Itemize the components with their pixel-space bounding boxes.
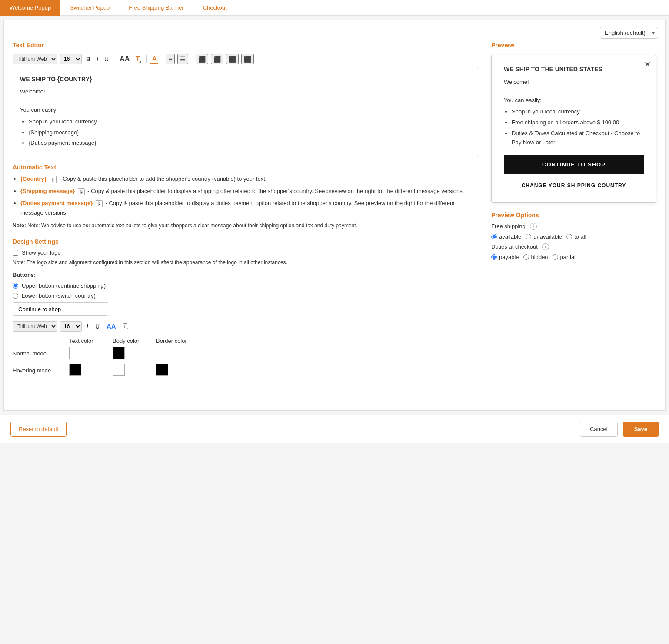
free-shipping-row: Free shipping i bbox=[491, 223, 656, 230]
editor-bullet-3: {Duties payment message} bbox=[29, 139, 471, 148]
button-size-select[interactable]: 16 12 14 bbox=[60, 321, 82, 332]
save-button[interactable]: Save bbox=[623, 422, 659, 437]
popup-bullet-3: Duties & Taxes Calculated at Checkout - … bbox=[512, 129, 644, 147]
tab-welcome-popup[interactable]: Welcome Popup bbox=[0, 0, 60, 16]
button-font-select[interactable]: Titillium Web Arial bbox=[13, 321, 57, 332]
free-shipping-info-icon[interactable]: i bbox=[530, 223, 537, 230]
free-shipping-toall-radio[interactable] bbox=[566, 234, 572, 239]
button-clear-format-btn[interactable]: Tx bbox=[121, 321, 131, 331]
show-logo-label[interactable]: Show your logo bbox=[22, 249, 61, 256]
free-shipping-unavailable-text: unavailable bbox=[533, 233, 562, 240]
free-shipping-available-text: available bbox=[499, 233, 521, 240]
align-justify-button[interactable]: ⬛ bbox=[241, 54, 254, 64]
button-italic-btn[interactable]: I bbox=[84, 322, 90, 331]
free-shipping-toall-label[interactable]: to all bbox=[566, 233, 586, 240]
align-right-button[interactable]: ⬛ bbox=[226, 54, 239, 64]
font-family-select[interactable]: Titillium Web Arial Georgia bbox=[13, 54, 57, 64]
ordered-list-button[interactable]: ≡ bbox=[166, 54, 174, 64]
placeholder-duties: {Duties payment message} bbox=[20, 200, 93, 206]
bold-button[interactable]: B bbox=[84, 55, 92, 63]
hovering-border-color-cell bbox=[156, 364, 200, 377]
upper-button-label[interactable]: Upper button (continue shopping) bbox=[22, 282, 106, 289]
normal-text-color-cell bbox=[69, 347, 113, 360]
duties-partial-label[interactable]: partial bbox=[553, 254, 576, 260]
duties-hidden-radio[interactable] bbox=[523, 254, 529, 260]
popup-can-easily: You can easily: bbox=[504, 96, 644, 105]
buttons-label: Buttons: bbox=[13, 272, 478, 278]
auto-text-item-3: {Duties payment message} ⎘ - Copy & past… bbox=[20, 199, 478, 218]
normal-body-color-swatch[interactable] bbox=[113, 347, 125, 359]
editor-welcome: Welcome! bbox=[20, 87, 471, 96]
tab-checkout[interactable]: Checkout bbox=[193, 0, 236, 16]
copy-duties-icon[interactable]: ⎘ bbox=[96, 200, 103, 207]
increase-font-button[interactable]: AA bbox=[118, 54, 131, 64]
show-logo-row: Show your logo bbox=[13, 249, 478, 256]
text-editor-title: Text Editor bbox=[13, 42, 478, 49]
editor-bullet-1: Shop in your local currency bbox=[29, 117, 471, 126]
italic-button[interactable]: I bbox=[95, 55, 100, 63]
cancel-button[interactable]: Cancel bbox=[580, 422, 617, 437]
toolbar-separator-1 bbox=[114, 55, 114, 63]
free-shipping-unavailable-radio[interactable] bbox=[526, 234, 531, 239]
automatic-text-section: Automatic Text {Country} ⎘ - Copy & past… bbox=[13, 164, 478, 228]
clear-format-button[interactable]: Tx bbox=[134, 54, 143, 64]
placeholder-country: {Country} bbox=[20, 176, 47, 182]
upper-button-radio[interactable] bbox=[13, 283, 18, 289]
normal-border-color-swatch[interactable] bbox=[156, 347, 168, 359]
duties-hidden-text: hidden bbox=[531, 254, 548, 260]
tab-switcher-popup[interactable]: Switcher Popup bbox=[60, 0, 119, 16]
color-table: Text color Body color Border color Norma… bbox=[13, 338, 478, 377]
continue-to-shop-button[interactable]: CONTINUE TO SHOP bbox=[504, 155, 644, 174]
align-center-button[interactable]: ⬛ bbox=[211, 54, 223, 64]
free-shipping-available-radio[interactable] bbox=[491, 234, 497, 239]
copy-shipping-icon[interactable]: ⎘ bbox=[78, 188, 85, 195]
change-shipping-country-button[interactable]: CHANGE YOUR SHIPPING COUNTRY bbox=[504, 177, 644, 194]
language-select[interactable]: English (default) French Spanish German bbox=[600, 27, 658, 39]
preview-options-title: Preview Options bbox=[491, 212, 656, 219]
hovering-body-color-swatch[interactable] bbox=[113, 364, 125, 376]
hovering-text-color-cell bbox=[69, 364, 113, 377]
popup-bullet-list: Shop in your local currency Free shippin… bbox=[512, 107, 644, 147]
popup-title: WE SHIP TO THE UNITED STATES bbox=[504, 66, 644, 73]
popup-close-button[interactable]: ✕ bbox=[644, 60, 651, 69]
popup-bullet-1: Shop in your local currency bbox=[512, 107, 644, 116]
normal-border-color-cell bbox=[156, 347, 200, 360]
hovering-border-color-swatch[interactable] bbox=[156, 364, 168, 376]
reset-to-default-button[interactable]: Reset to default bbox=[10, 422, 67, 437]
hovering-mode-label: Hovering mode bbox=[13, 367, 69, 374]
free-shipping-available-label[interactable]: available bbox=[491, 233, 521, 240]
duties-payable-radio[interactable] bbox=[491, 254, 497, 260]
tab-free-shipping-banner[interactable]: Free Shipping Banner bbox=[119, 0, 193, 16]
show-logo-checkbox[interactable] bbox=[13, 250, 18, 256]
underline-button[interactable]: U bbox=[103, 55, 110, 63]
button-text-input[interactable] bbox=[13, 302, 108, 316]
button-big-aa-btn[interactable]: AA bbox=[104, 322, 118, 331]
free-shipping-unavailable-label[interactable]: unavailable bbox=[526, 233, 562, 240]
unordered-list-button[interactable]: ☰ bbox=[177, 54, 188, 64]
normal-mode-label: Normal mode bbox=[13, 350, 69, 357]
footer-right: Cancel Save bbox=[580, 422, 659, 437]
font-size-select[interactable]: 16 12 14 18 20 bbox=[60, 54, 82, 64]
duties-info-icon[interactable]: i bbox=[542, 243, 549, 250]
editor-bullet-2: {Shipping message} bbox=[29, 128, 471, 137]
duties-partial-radio[interactable] bbox=[553, 254, 558, 260]
color-col-body: Body color bbox=[113, 338, 156, 344]
lower-button-radio[interactable] bbox=[13, 293, 18, 299]
lower-button-radio-row: Lower button (switch country) bbox=[13, 292, 478, 299]
text-color-button[interactable]: A bbox=[150, 54, 158, 64]
hovering-text-color-swatch[interactable] bbox=[69, 364, 81, 376]
text-editor-content[interactable]: WE SHIP TO {COUNTRY} Welcome! You can ea… bbox=[13, 68, 478, 156]
normal-mode-row: Normal mode bbox=[13, 347, 478, 360]
normal-text-color-swatch[interactable] bbox=[69, 347, 81, 359]
right-column: Preview ✕ WE SHIP TO THE UNITED STATES W… bbox=[491, 42, 656, 381]
copy-country-icon[interactable]: ⎘ bbox=[50, 176, 57, 183]
align-left-button[interactable]: ⬛ bbox=[196, 54, 208, 64]
editor-can-easily: You can easily: bbox=[20, 106, 471, 115]
preview-options-section: Preview Options Free shipping i availabl… bbox=[491, 212, 656, 260]
duties-hidden-label[interactable]: hidden bbox=[523, 254, 548, 260]
color-table-header: Text color Body color Border color bbox=[13, 338, 478, 344]
duties-payable-label[interactable]: payable bbox=[491, 254, 519, 260]
button-underline-btn[interactable]: U bbox=[93, 322, 102, 331]
lower-button-label[interactable]: Lower button (switch country) bbox=[22, 292, 96, 299]
editor-bullet-list: Shop in your local currency {Shipping me… bbox=[29, 117, 471, 148]
